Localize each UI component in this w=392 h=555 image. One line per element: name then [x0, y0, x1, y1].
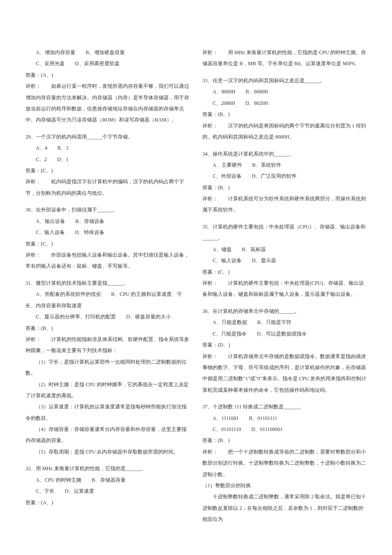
spacer: [202, 300, 366, 306]
q28-answer: 答案：(A、): [26, 69, 190, 81]
q36-explanation: 评析： 计算机存储单元中存储的是数据或指令。数据通常是指由描述事物的数字、字母、…: [202, 351, 366, 396]
q37-option-row-2: C、01101110 D、011100001: [202, 424, 366, 435]
spacer: [26, 457, 190, 463]
q37-explanation-1: 评析： 把一个十进制数转换成等值的二进制数，需要对整数部分和小数部分别进行转换。…: [202, 446, 366, 480]
spacer: [202, 142, 366, 148]
q32-answer: 答案：(A、): [26, 497, 190, 508]
q37-explanation-3: 十进制整数转换成二进制整数，通常采用除 2 取余法。就是将已知十进制数反复除以 …: [202, 491, 366, 525]
q36-option-row-2: C、只能是指令 D、可以是数据或指令: [202, 328, 366, 339]
q29-explanation: 评析： 机内码是指汉字在计算机中的编码，汉字的机内码占两个字节，分别称为机内码的…: [26, 176, 190, 199]
q35-explanation: 评析： 计算机的硬件主要包括：中央处理器(CPU)、存储器、输出设备和输入设备。…: [202, 278, 366, 300]
q31-explanation-4: （4）存储容量：存储容量通常分内存容量和外存容量，这里主要指内存储器的容量。: [26, 424, 190, 446]
q32-explanation: 评析： 用 MHz 来衡量计算机的性能，它指的是 CPU 的时钟主频。存储器容量…: [202, 47, 366, 69]
q32-option-row-2: C、字长 D、运算速度: [26, 486, 190, 497]
q29-stem: 29、一个汉字的机内码需用______个字节存储。: [26, 131, 190, 142]
q35-answer: 答案：(C、): [202, 266, 366, 278]
q28-option-row-2: C、采用光盘 D、采用高密度软盘: [26, 58, 190, 69]
q32-option-row-1: A、CPU 的时钟主频 B、存储器容量: [26, 474, 190, 486]
q30-option-row-2: C、输入设备 D、特殊设备: [26, 227, 190, 238]
q37-answer: 答案：(B、): [202, 435, 366, 446]
spacer: [202, 69, 366, 75]
q36-option-row-1: A、只能是数据 B、只能是字符: [202, 317, 366, 328]
q32-stem: 32、用 MHz 来衡量计算机的性能，它指的是______。: [26, 463, 190, 474]
q34-option-row-2: C、外部设备 D、广泛应用的软件: [202, 171, 366, 182]
q33-option-row-2: C、2080H D、8020H: [202, 98, 366, 109]
q31-explanation-intro: 评析： 计算机的性能指标涉及体系结构、软硬件配置、指令系统等多种因素，一般说来主…: [26, 334, 190, 356]
q31-answer: 答案：(B、): [26, 323, 190, 334]
q30-explanation: 评析： 外部设备包括输入设备和输出设备。其中扫描仪是输入设备，常有的输入设备还有…: [26, 249, 190, 272]
q30-answer: 答案：(C、): [26, 238, 190, 249]
q28-option-row-1: A、增加内存容量 B、增加硬盘容量: [26, 47, 190, 58]
q35-stem: 35、计算机的硬件主要包括：中央处理器（CPU）、存储器、输出设备和______…: [202, 221, 366, 244]
q35-option-row-1: A、键盘 B、鼠标器: [202, 244, 366, 255]
two-column-layout: A、增加内存容量 B、增加硬盘容量 C、采用光盘 D、采用高密度软盘 答案：(A…: [26, 47, 366, 525]
spacer: [26, 272, 190, 278]
q31-explanation-3: （3）运算速度：计算机的运算速度通常是指每秒钟所能执行加法指令的数目。: [26, 401, 190, 424]
right-column: 评析： 用 MHz 来衡量计算机的性能，它指的是 CPU 的时钟主频。存储器容量…: [202, 47, 366, 525]
spacer: [26, 199, 190, 204]
q34-explanation: 评析： 计算机系统可分为软件系统和硬件系统两部分，而操作系统则属于系统软件。: [202, 193, 366, 216]
q29-option-row-2: C、2 D、1: [26, 154, 190, 165]
q33-explanation: 评析： 汉字的机内码是将国标码的两个字节的最高位分别置为 1 得到的。机内码和其…: [202, 120, 366, 143]
q30-option-row-1: A、输出设备 B、存储设备: [26, 216, 190, 227]
q37-explanation-2: （1）整数部分的转换: [202, 480, 366, 491]
q35-option-row-2: C、输入设备 D、显示器: [202, 255, 366, 266]
spacer: [202, 216, 366, 221]
q34-answer: 答案：(B、): [202, 182, 366, 193]
q33-stem: 33、任意一汉字的机内码和其国标码之差总是______。: [202, 75, 366, 86]
q28-explanation: 评析： 如果运行某一程序时，发现所需内存容量不够，我们可以通过增加内存容量的方法…: [26, 81, 190, 126]
left-column: A、增加内存容量 B、增加硬盘容量 C、采用光盘 D、采用高密度软盘 答案：(A…: [26, 47, 190, 525]
q31-explanation-1: （1）字长：是指计算机运算部件一次能同时处理的二进制数据的位数。: [26, 356, 190, 379]
q31-option-row-1: A、所配备的系统软件的优劣 B、CPU 的主频和运算速度、字长、内存容量和存取速…: [26, 289, 190, 311]
spacer: [26, 126, 190, 131]
spacer: [202, 396, 366, 401]
q37-option-row-1: A、1111001 B、01101111: [202, 413, 366, 424]
q33-option-row-1: A、8000H B、8080H: [202, 86, 366, 97]
q30-stem: 30、在外部设备中，扫描仪属于______。: [26, 204, 190, 215]
q29-option-row-1: A、4 B、3: [26, 142, 190, 153]
q31-stem: 31、微型计算机的技术指标主要是指______。: [26, 278, 190, 289]
q36-answer: 答案：(D、): [202, 339, 366, 350]
q31-explanation-2: （2）时钟主频：是指 CPU 的时钟频率，它的高低在一定程度上决定了计算机速度的…: [26, 379, 190, 402]
q36-stem: 36、在计算机的存储单元中存储的______。: [202, 306, 366, 317]
q37-stem: 37、十进制数 111 转换成二进制数是______。: [202, 401, 366, 412]
q33-answer: 答案：(B、): [202, 109, 366, 120]
q31-explanation-5: （5）存取周期：是指 CPU 从内存储器中存取数据所需的时间。: [26, 446, 190, 457]
q34-option-row-1: A、主要硬件 B、系统软件: [202, 159, 366, 171]
q31-option-row-2: C、显示器的分辨率、打印机的配置 D、硬盘容量的大小: [26, 311, 190, 322]
q29-answer: 答案：(C、): [26, 165, 190, 176]
q34-stem: 34、操作系统是计算机系统中的______。: [202, 148, 366, 159]
